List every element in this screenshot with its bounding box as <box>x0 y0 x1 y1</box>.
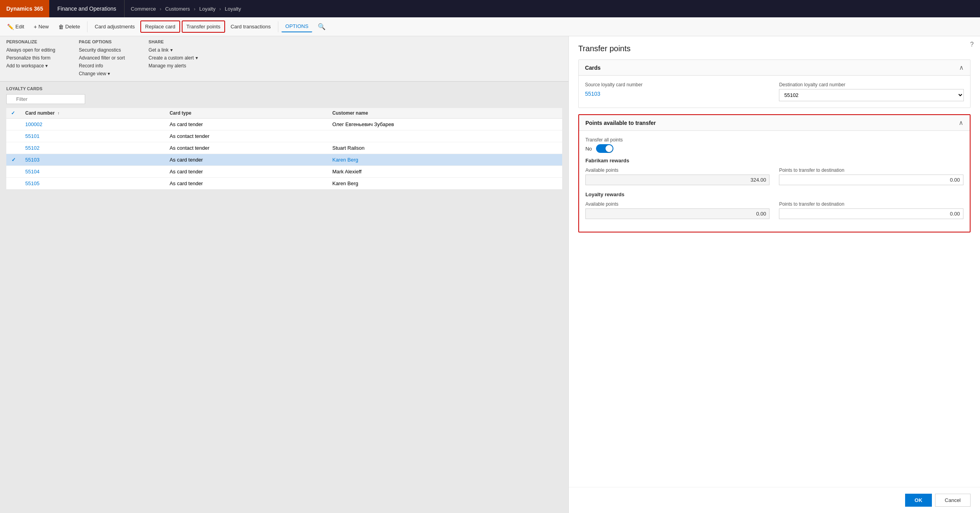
help-icon[interactable]: ? <box>970 41 974 48</box>
always-open-link[interactable]: Always open for editing <box>6 47 55 53</box>
d365-logo[interactable]: Dynamics 365 <box>0 0 49 17</box>
breadcrumb-commerce[interactable]: Commerce <box>131 6 156 12</box>
share-links: Get a link ▾ Create a custom alert ▾ Man… <box>149 47 198 69</box>
table-row[interactable]: 100002As card tenderОлег Евгеньевич Зуба… <box>6 119 562 130</box>
customer-name-cell: Stuart Railson <box>328 142 562 154</box>
cards-section: Cards ∧ Source loyalty card number 55103… <box>578 59 971 108</box>
app-label: Finance and Operations <box>57 6 116 12</box>
toolbar: ✏️ Edit + New 🗑 Delete Card adjustments … <box>0 17 980 36</box>
card-adjustments-label: Card adjustments <box>95 24 135 30</box>
breadcrumb-customers[interactable]: Customers <box>165 6 190 12</box>
page-options-links: Security diagnostics Advanced filter or … <box>79 47 125 76</box>
loyalty-transfer-group: Points to transfer to destination <box>779 201 963 219</box>
manage-alerts-link[interactable]: Manage my alerts <box>149 63 198 69</box>
card-number-cell[interactable]: 55102 <box>20 142 165 154</box>
points-section-title: Points available to transfer <box>585 120 656 126</box>
th-card-type[interactable]: Card type <box>165 108 328 119</box>
row-check <box>6 178 20 190</box>
new-button[interactable]: + New <box>30 21 52 32</box>
transfer-points-label: Transfer points <box>186 24 220 30</box>
create-custom-alert-link[interactable]: Create a custom alert ▾ <box>149 55 198 61</box>
options-label: OPTIONS <box>285 23 309 29</box>
destination-card-select[interactable]: 55102 55101 100002 55104 55105 <box>779 89 964 101</box>
loyalty-transfer-label: Points to transfer to destination <box>779 201 963 207</box>
app-name[interactable]: Finance and Operations <box>49 0 124 17</box>
th-customer-name[interactable]: Customer name <box>328 108 562 119</box>
edit-button[interactable]: ✏️ Edit <box>3 21 28 32</box>
breadcrumb-loyalty2[interactable]: Loyalty <box>225 6 241 12</box>
replace-card-label: Replace card <box>145 24 175 30</box>
get-link-link[interactable]: Get a link ▾ <box>149 47 198 53</box>
replace-card-button[interactable]: Replace card <box>140 20 180 33</box>
cards-section-body: Source loyalty card number 55103 Destina… <box>579 76 970 108</box>
th-card-number[interactable]: Card number ↑ <box>20 108 165 119</box>
fabrikam-transfer-input[interactable] <box>779 175 963 185</box>
delete-button[interactable]: 🗑 Delete <box>54 21 84 32</box>
table-row[interactable]: 55105As card tenderKaren Berg <box>6 178 562 190</box>
th-check: ✓ <box>6 108 20 119</box>
table-row[interactable]: ✓55103As card tenderKaren Berg <box>6 154 562 166</box>
breadcrumb-loyalty[interactable]: Loyalty <box>199 6 215 12</box>
breadcrumb: Commerce › Customers › Loyalty › Loyalty <box>125 6 980 12</box>
chevron-down-icon-2: ▾ <box>108 71 110 76</box>
customer-name-cell: Mark Alexieff <box>328 166 562 178</box>
card-adjustments-button[interactable]: Card adjustments <box>91 21 139 32</box>
table-row[interactable]: 55102As contact tenderStuart Railson <box>6 142 562 154</box>
page-options-title: PAGE OPTIONS <box>79 39 125 44</box>
card-number-cell[interactable]: 55104 <box>20 166 165 178</box>
customer-name-cell: Олег Евгеньевич Зубарев <box>328 119 562 130</box>
card-type-cell: As card tender <box>165 154 328 166</box>
search-button[interactable]: 🔍 <box>314 20 330 33</box>
loyalty-available-label: Available points <box>585 201 770 207</box>
cards-section-title: Cards <box>585 65 601 71</box>
transfer-points-button[interactable]: Transfer points <box>182 20 225 33</box>
row-check: ✓ <box>6 154 20 166</box>
search-icon: 🔍 <box>318 23 326 30</box>
delete-icon: 🗑 <box>58 24 64 30</box>
card-number-cell[interactable]: 55101 <box>20 130 165 142</box>
filter-wrap <box>6 94 562 104</box>
fabrikam-available-group: Available points <box>585 167 770 185</box>
table-row[interactable]: 55101As contact tender <box>6 130 562 142</box>
loyalty-transfer-input[interactable] <box>779 208 963 219</box>
advanced-filter-link[interactable]: Advanced filter or sort <box>79 55 125 61</box>
transfer-all-toggle[interactable] <box>596 144 613 153</box>
card-transactions-button[interactable]: Card transactions <box>227 21 275 32</box>
customer-name-cell: Karen Berg <box>328 178 562 190</box>
cards-section-header[interactable]: Cards ∧ <box>579 60 970 76</box>
card-number-cell[interactable]: 100002 <box>20 119 165 130</box>
dialog-title: Transfer points <box>578 44 971 53</box>
table-body: 100002As card tenderОлег Евгеньевич Зуба… <box>6 119 562 190</box>
fabrikam-available-input <box>585 175 770 185</box>
card-type-cell: As card tender <box>165 178 328 190</box>
toggle-no-label: No <box>585 146 592 152</box>
ok-button[interactable]: OK <box>905 494 932 507</box>
cards-collapse-icon: ∧ <box>959 64 964 71</box>
content-area: PERSONALIZE Always open for editing Pers… <box>0 36 980 513</box>
row-check-icon: ✓ <box>11 157 16 163</box>
points-section-header[interactable]: Points available to transfer ∧ <box>579 115 970 131</box>
new-icon: + <box>34 24 37 30</box>
cards-form-row: Source loyalty card number 55103 Destina… <box>585 82 964 101</box>
cancel-button[interactable]: Cancel <box>935 494 971 507</box>
fabrikam-section: Fabrikam rewards Available points Points… <box>585 158 963 185</box>
options-panel: PERSONALIZE Always open for editing Pers… <box>0 36 568 82</box>
loyalty-available-group: Available points <box>585 201 770 219</box>
destination-card-group: Destination loyalty card number 55102 55… <box>779 82 964 101</box>
options-button[interactable]: OPTIONS <box>281 21 313 32</box>
security-diagnostics-link[interactable]: Security diagnostics <box>79 47 125 53</box>
filter-input[interactable] <box>6 94 85 104</box>
dialog-header: Transfer points <box>569 36 980 59</box>
table-row[interactable]: 55104As card tenderMark Alexieff <box>6 166 562 178</box>
personalize-form-link[interactable]: Personalize this form <box>6 55 55 61</box>
record-info-link[interactable]: Record info <box>79 63 125 69</box>
card-number-cell[interactable]: 55103 <box>20 154 165 166</box>
row-check <box>6 119 20 130</box>
change-view-link[interactable]: Change view ▾ <box>79 71 125 76</box>
add-to-workspace-link[interactable]: Add to workspace ▾ <box>6 63 55 69</box>
personalize-title: PERSONALIZE <box>6 39 55 44</box>
personalize-links: Always open for editing Personalize this… <box>6 47 55 69</box>
toolbar-divider-1 <box>87 21 88 32</box>
customer-name-cell: Karen Berg <box>328 154 562 166</box>
card-number-cell[interactable]: 55105 <box>20 178 165 190</box>
